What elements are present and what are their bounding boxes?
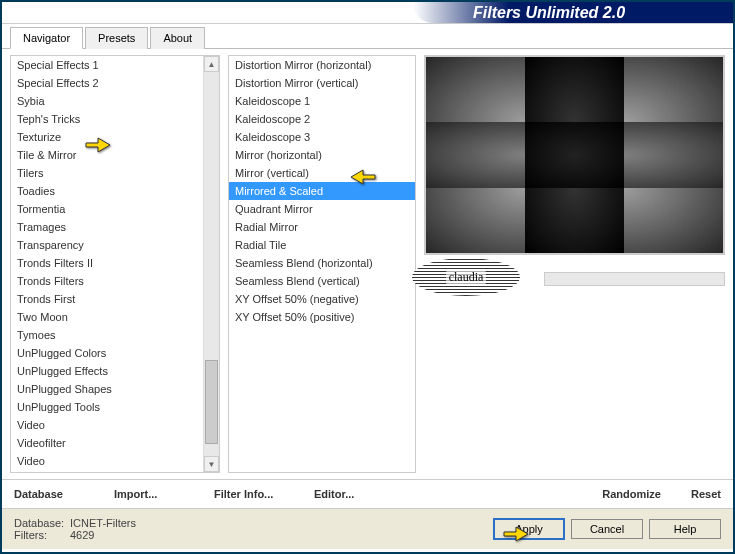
list-item[interactable]: Seamless Blend (vertical) bbox=[229, 272, 415, 290]
list-item[interactable]: Sybia bbox=[11, 92, 203, 110]
randomize-button[interactable]: Randomize bbox=[561, 486, 661, 502]
list-item[interactable]: Tile & Mirror bbox=[11, 146, 203, 164]
toolbar: Database Import... Filter Info... Editor… bbox=[2, 479, 733, 509]
list-item[interactable]: Tramages bbox=[11, 218, 203, 236]
list-item[interactable]: Two Moon bbox=[11, 308, 203, 326]
cancel-button[interactable]: Cancel bbox=[571, 519, 643, 539]
list-item[interactable]: Transparency bbox=[11, 236, 203, 254]
list-item[interactable]: UnPlugged Shapes bbox=[11, 380, 203, 398]
filters-value: 4629 bbox=[70, 529, 94, 541]
slider-track[interactable] bbox=[544, 272, 725, 286]
list-item[interactable]: Tormentia bbox=[11, 200, 203, 218]
scroll-up-icon[interactable]: ▲ bbox=[204, 56, 219, 72]
db-value: ICNET-Filters bbox=[70, 517, 136, 529]
list-item[interactable]: UnPlugged Tools bbox=[11, 398, 203, 416]
filter-list[interactable]: Distortion Mirror (horizontal)Distortion… bbox=[229, 56, 415, 472]
list-item[interactable]: Distortion Mirror (horizontal) bbox=[229, 56, 415, 74]
list-item[interactable]: Seamless Blend (horizontal) bbox=[229, 254, 415, 272]
list-item[interactable]: Kaleidoscope 3 bbox=[229, 128, 415, 146]
import-button[interactable]: Import... bbox=[114, 486, 214, 502]
tab-navigator[interactable]: Navigator bbox=[10, 27, 83, 49]
list-item[interactable]: Radial Tile bbox=[229, 236, 415, 254]
list-item[interactable]: UnPlugged Colors bbox=[11, 344, 203, 362]
list-item[interactable]: Kaleidoscope 2 bbox=[229, 110, 415, 128]
scroll-down-icon[interactable]: ▼ bbox=[204, 456, 219, 472]
app-title: Filters Unlimited 2.0 bbox=[413, 2, 733, 23]
database-button[interactable]: Database bbox=[14, 486, 114, 502]
preview-image bbox=[424, 55, 725, 255]
scroll-track[interactable] bbox=[204, 72, 219, 456]
list-item[interactable]: Video bbox=[11, 416, 203, 434]
list-item[interactable]: Texturize bbox=[11, 128, 203, 146]
list-item[interactable]: VideoRave bbox=[11, 470, 203, 472]
tab-bar: NavigatorPresetsAbout bbox=[2, 26, 733, 49]
list-item[interactable]: Toadies bbox=[11, 182, 203, 200]
tab-presets[interactable]: Presets bbox=[85, 27, 148, 49]
list-item[interactable]: Tronds First bbox=[11, 290, 203, 308]
list-item[interactable]: Radial Mirror bbox=[229, 218, 415, 236]
list-item[interactable]: Mirror (horizontal) bbox=[229, 146, 415, 164]
db-label: Database: bbox=[14, 517, 70, 529]
filter-list-wrap: Distortion Mirror (horizontal)Distortion… bbox=[228, 55, 416, 473]
list-item[interactable]: Tronds Filters II bbox=[11, 254, 203, 272]
header: Filters Unlimited 2.0 bbox=[2, 2, 733, 24]
list-item[interactable]: Kaleidoscope 1 bbox=[229, 92, 415, 110]
category-list-wrap: Special Effects 1Special Effects 2SybiaT… bbox=[10, 55, 220, 473]
tab-about[interactable]: About bbox=[150, 27, 205, 49]
filters-label: Filters: bbox=[14, 529, 70, 541]
watermark-logo: claudia bbox=[412, 258, 520, 296]
apply-button[interactable]: Apply bbox=[493, 518, 565, 540]
filter-info-button[interactable]: Filter Info... bbox=[214, 486, 314, 502]
list-item[interactable]: Tymoes bbox=[11, 326, 203, 344]
list-item[interactable]: Videofilter bbox=[11, 434, 203, 452]
list-item[interactable]: Quadrant Mirror bbox=[229, 200, 415, 218]
scroll-thumb[interactable] bbox=[205, 360, 218, 444]
list-item[interactable]: Tilers bbox=[11, 164, 203, 182]
editor-button[interactable]: Editor... bbox=[314, 486, 414, 502]
reset-button[interactable]: Reset bbox=[661, 486, 721, 502]
filter-column: Distortion Mirror (horizontal)Distortion… bbox=[228, 55, 416, 473]
list-item[interactable]: Tronds Filters bbox=[11, 272, 203, 290]
list-item[interactable]: UnPlugged Effects bbox=[11, 362, 203, 380]
list-item[interactable]: XY Offset 50% (negative) bbox=[229, 290, 415, 308]
category-list[interactable]: Special Effects 1Special Effects 2SybiaT… bbox=[11, 56, 203, 472]
list-item[interactable]: Special Effects 2 bbox=[11, 74, 203, 92]
scrollbar[interactable]: ▲ ▼ bbox=[203, 56, 219, 472]
footer: Database: ICNET-Filters Filters: 4629 Ap… bbox=[2, 509, 733, 549]
category-column: Special Effects 1Special Effects 2SybiaT… bbox=[10, 55, 220, 473]
list-item[interactable]: Video bbox=[11, 452, 203, 470]
list-item[interactable]: Special Effects 1 bbox=[11, 56, 203, 74]
footer-info: Database: ICNET-Filters Filters: 4629 bbox=[14, 517, 487, 541]
list-item[interactable]: Distortion Mirror (vertical) bbox=[229, 74, 415, 92]
list-item[interactable]: Teph's Tricks bbox=[11, 110, 203, 128]
list-item[interactable]: XY Offset 50% (positive) bbox=[229, 308, 415, 326]
list-item[interactable]: Mirrored & Scaled bbox=[229, 182, 415, 200]
main-content: Special Effects 1Special Effects 2SybiaT… bbox=[2, 49, 733, 479]
help-button[interactable]: Help bbox=[649, 519, 721, 539]
list-item[interactable]: Mirror (vertical) bbox=[229, 164, 415, 182]
